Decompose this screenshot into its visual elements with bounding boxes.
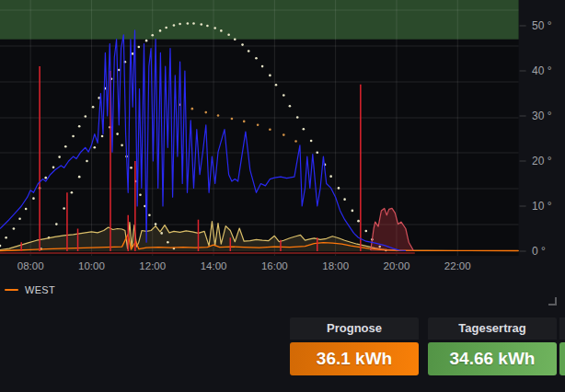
series-sun-elevation-dots [213, 27, 216, 29]
series-sun-elevation-dots [165, 27, 167, 29]
x-axis-label: 16:00 [261, 260, 288, 271]
series-sun-elevation-dots [338, 187, 340, 190]
series-secondary-arc-dots [78, 176, 81, 179]
series-secondary-arc-dots [101, 135, 104, 138]
series-sun-elevation-dots [64, 145, 67, 148]
y-axis-label: 0 ° [532, 245, 546, 258]
series-secondary-arc-dots [121, 144, 123, 147]
series-sun-elevation-dots [255, 57, 258, 60]
series-sun-elevation-dots [13, 227, 16, 230]
timeseries-chart[interactable]: 0 °10 °20 °30 °40 °50 °08:0010:0012:0014… [0, 0, 565, 304]
y-axis-label: 50 ° [532, 19, 552, 32]
series-tertiary-orange-dots [282, 133, 285, 136]
threshold-region-green [0, 0, 519, 40]
series-sun-elevation-dots [179, 23, 181, 26]
series-sun-elevation-dots [329, 175, 332, 178]
series-sun-elevation-dots [92, 106, 95, 109]
series-tertiary-orange-dots [231, 118, 234, 121]
series-tertiary-orange-dots [269, 128, 271, 131]
series-secondary-arc-dots [93, 146, 96, 149]
x-axis-label: 12:00 [139, 260, 166, 271]
series-sun-elevation-dots [343, 198, 346, 201]
series-secondary-arc-dots [63, 207, 65, 210]
series-secondary-arc-dots [55, 223, 58, 225]
series-sun-elevation-dots [58, 156, 61, 158]
stat-panel-prognose-value: 36.1 kWh [290, 342, 419, 375]
series-sun-elevation-dots [159, 29, 162, 32]
adjacent-panel-value-sliver [559, 342, 565, 375]
series-tertiary-orange-dots [294, 140, 297, 143]
series-sun-elevation-dots [85, 115, 87, 118]
series-sun-elevation-dots [18, 217, 21, 220]
series-sun-elevation-dots [269, 75, 271, 77]
series-sun-elevation-dots [261, 65, 264, 68]
series-secondary-arc-dots [116, 133, 119, 135]
series-sun-elevation-dots [132, 52, 134, 55]
y-axis-label: 40 ° [532, 64, 552, 77]
series-sun-elevation-dots [78, 125, 81, 128]
series-sun-elevation-dots [5, 236, 7, 239]
series-sun-elevation-dots [316, 151, 318, 154]
x-axis-label: 14:00 [201, 260, 227, 271]
x-axis-label: 22:00 [444, 260, 471, 271]
stat-panel-prognose: Prognose 36.1 kWh [290, 317, 419, 375]
series-sun-elevation-dots [192, 22, 195, 25]
series-sun-elevation-dots [145, 40, 148, 42]
series-sun-elevation-dots [173, 24, 176, 27]
x-axis-label: 18:00 [322, 260, 349, 271]
legend-west-color-dash [5, 289, 18, 291]
panel-resize-handle-icon[interactable] [548, 297, 557, 306]
y-axis-label: 30 ° [532, 110, 552, 122]
y-axis-label: 10 ° [532, 200, 552, 213]
series-sun-elevation-dots [151, 34, 154, 37]
series-secondary-arc-dots [71, 191, 74, 194]
series-sun-elevation-dots [365, 230, 368, 233]
series-sun-elevation-dots [187, 22, 190, 25]
adjacent-panel-header-sliver [559, 317, 565, 340]
x-axis-label: 08:00 [17, 260, 44, 271]
series-secondary-arc-dots [130, 167, 133, 169]
series-sun-elevation-dots [310, 140, 313, 143]
series-sun-elevation-dots [296, 116, 299, 119]
stat-panel-tagesertrag-value: 34.66 kWh [428, 342, 557, 375]
stat-panel-prognose-title[interactable]: Prognose [290, 317, 419, 340]
legend-item-west[interactable]: WEST [5, 284, 55, 295]
series-sun-elevation-dots [289, 105, 292, 108]
series-secondary-arc-dots [148, 214, 151, 217]
x-axis-label: 20:00 [384, 260, 410, 271]
series-tertiary-orange-dots [257, 124, 259, 127]
series-sun-elevation-dots [248, 50, 250, 52]
series-tertiary-orange-dots [191, 108, 194, 110]
timeseries-panel[interactable]: 0 °10 °20 °30 °40 °50 °08:0010:0012:0014… [0, 0, 565, 304]
series-sun-elevation-dots [206, 25, 209, 28]
series-sun-elevation-dots [241, 43, 244, 46]
adjacent-panel-sliver [559, 317, 565, 375]
series-sun-elevation-dots [357, 220, 360, 223]
legend-west-label: WEST [25, 284, 55, 295]
series-sun-elevation-dots [234, 38, 236, 40]
series-secondary-arc-dots [139, 193, 142, 196]
x-axis-label: 10:00 [78, 260, 105, 271]
series-secondary-arc-dots [155, 223, 157, 225]
series-sun-elevation-dots [118, 69, 121, 72]
series-sun-elevation-dots [227, 34, 230, 37]
series-sun-elevation-dots [303, 128, 306, 131]
series-tertiary-orange-dots [204, 111, 207, 114]
stat-panel-tagesertrag: Tagesertrag 34.66 kWh [428, 317, 557, 375]
series-sun-elevation-dots [138, 46, 141, 49]
series-sun-elevation-dots [32, 197, 35, 200]
series-sun-elevation-dots [200, 23, 202, 26]
series-tertiary-orange-dots [243, 121, 246, 123]
series-secondary-arc-dots [86, 160, 88, 163]
grafana-dashboard: 0 °10 °20 °30 °40 °50 °08:0010:0012:0014… [0, 0, 565, 392]
series-sun-elevation-dots [282, 94, 285, 97]
series-sun-elevation-dots [44, 177, 47, 179]
series-sun-elevation-dots [220, 29, 223, 32]
stat-panel-tagesertrag-title[interactable]: Tagesertrag [428, 317, 557, 340]
series-sun-elevation-dots [275, 84, 278, 86]
series-sun-elevation-dots [72, 135, 75, 138]
series-sun-elevation-dots [52, 167, 55, 169]
y-axis-label: 20 ° [532, 155, 552, 167]
series-sun-elevation-dots [25, 208, 28, 211]
series-sun-elevation-dots [352, 210, 354, 213]
